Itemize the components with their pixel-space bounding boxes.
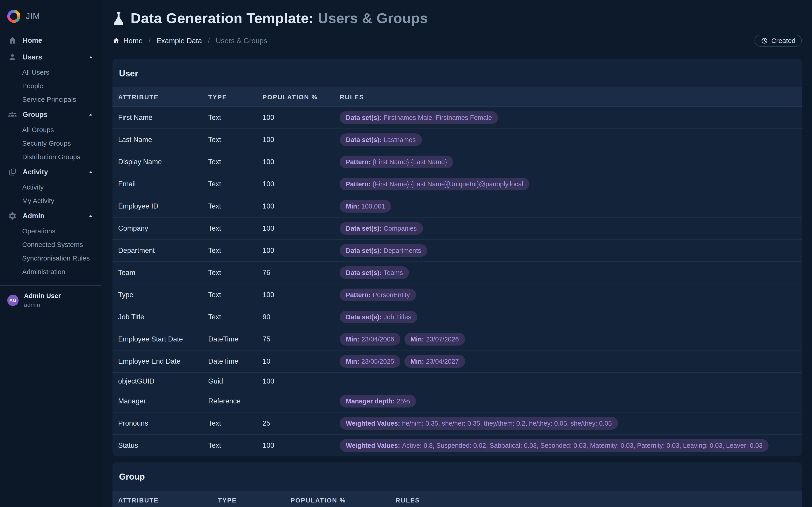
attribute-cell: Pronouns — [118, 415, 208, 432]
breadcrumb-row: Home / Example Data / Users & Groups Cre… — [112, 35, 802, 47]
sidebar-item-groups[interactable]: Groups — [0, 106, 101, 123]
rule-badge: Data set(s):Job Titles — [340, 311, 417, 323]
population-cell: 100 — [262, 286, 340, 303]
type-cell: Text — [208, 109, 262, 126]
rule-badge: Data set(s):Companies — [340, 222, 423, 235]
table-row: EmailText100Pattern:{First Name}.{Last N… — [112, 173, 802, 195]
rules-cell: Data set(s):Job Titles — [340, 306, 796, 328]
table-row: Employee Start DateDateTime75Min:23/04/2… — [112, 328, 802, 350]
table-row: CompanyText100Data set(s):Companies — [112, 217, 802, 239]
attribute-cell: Job Title — [118, 308, 208, 326]
brand-name: JIM — [26, 11, 40, 21]
sidebar-item-label: Admin — [22, 212, 87, 220]
rules-cell: Min:100,001 — [340, 195, 796, 217]
sidebar-item-home[interactable]: Home — [0, 32, 101, 49]
rule-badge: Manager depth:25% — [340, 395, 416, 407]
breadcrumb-separator: / — [148, 37, 151, 45]
column-header: Type — [218, 497, 291, 504]
table-row: TypeText100Pattern:PersonEntity — [112, 284, 802, 306]
sidebar-item-users[interactable]: Users — [0, 49, 101, 66]
type-cell: Text — [208, 286, 262, 303]
flask-icon — [112, 11, 125, 25]
breadcrumb-example-data[interactable]: Example Data — [156, 37, 202, 45]
attribute-cell: Company — [118, 220, 208, 237]
sidebar-item-activity[interactable]: Activity — [0, 164, 101, 180]
rules-cell: Pattern:{First Name} {Last Name} — [340, 151, 796, 173]
rule-badge: Data set(s):Firstnames Male, Firstnames … — [340, 111, 498, 124]
sidebar-item-service-principals[interactable]: Service Principals — [0, 93, 101, 106]
population-cell — [262, 397, 340, 406]
sidebar-item-admin[interactable]: Admin — [0, 208, 101, 224]
type-cell: Text — [208, 131, 262, 148]
population-cell: 100 — [262, 109, 340, 126]
column-header: Rules — [340, 94, 796, 101]
sidebar-item-activity-sub[interactable]: Activity — [0, 180, 101, 194]
table-row: PronounsText25Weighted Values:he/him: 0.… — [112, 412, 802, 434]
user-role: admin — [24, 301, 61, 308]
rules-cell: Min:23/05/2025Min:23/04/2027 — [340, 350, 796, 372]
population-cell: 76 — [262, 264, 340, 281]
type-cell: DateTime — [208, 353, 262, 370]
chevron-up-icon — [87, 213, 94, 219]
attribute-cell: Last Name — [118, 131, 208, 148]
table-row: StatusText100Weighted Values:Active: 0.8… — [112, 434, 802, 456]
column-header: Attribute — [118, 94, 208, 101]
type-cell: Text — [208, 175, 262, 193]
attribute-cell: Manager — [118, 393, 208, 410]
population-cell: 100 — [262, 153, 340, 170]
avatar: AU — [7, 295, 18, 306]
rule-badge: Pattern:{First Name} {Last Name} — [340, 156, 453, 168]
brand: JIM — [0, 5, 101, 25]
breadcrumb: Home / Example Data / Users & Groups — [112, 37, 267, 45]
rule-badge: Weighted Values:he/him: 0.35, she/her: 0… — [340, 417, 618, 430]
sidebar-item-people[interactable]: People — [0, 79, 101, 93]
table-header-row: Attribute Type Population % Rules — [112, 491, 802, 507]
sidebar-item-synchronisation-rules[interactable]: Synchronisation Rules — [0, 251, 101, 265]
type-cell: Text — [208, 264, 262, 281]
population-cell: 100 — [262, 242, 340, 259]
sidebar-item-connected-systems[interactable]: Connected Systems — [0, 238, 101, 251]
sidebar: JIM Home Users All Users People Service … — [0, 0, 101, 507]
jim-logo-icon — [7, 10, 20, 23]
activity-icon — [8, 167, 17, 177]
type-cell: Text — [208, 308, 262, 326]
attribute-cell: Employee ID — [118, 198, 208, 215]
rule-badge: Min:23/07/2026 — [404, 333, 465, 345]
attribute-cell: Team — [118, 264, 208, 281]
user-name: Admin User — [24, 292, 61, 300]
card-title: User — [112, 59, 802, 88]
sidebar-item-security-groups[interactable]: Security Groups — [0, 136, 101, 150]
table-row: Employee End DateDateTime10Min:23/05/202… — [112, 350, 802, 372]
user-table-card: User Attribute Type Population % Rules F… — [112, 59, 802, 456]
population-cell: 100 — [262, 373, 340, 390]
user-icon — [8, 52, 17, 62]
table-row: DepartmentText100Data set(s):Departments — [112, 239, 802, 262]
sidebar-item-distribution-groups[interactable]: Distribution Groups — [0, 150, 101, 164]
chevron-up-icon — [87, 54, 94, 61]
main-content: Data Generation Template:Users & Groups … — [101, 0, 812, 507]
home-icon — [112, 37, 120, 45]
table-header-row: Attribute Type Population % Rules — [112, 88, 802, 107]
rules-cell: Data set(s):Departments — [340, 240, 796, 262]
sidebar-item-my-activity[interactable]: My Activity — [0, 194, 101, 208]
population-cell: 100 — [262, 220, 340, 237]
breadcrumb-home[interactable]: Home — [123, 37, 143, 45]
sidebar-item-all-groups[interactable]: All Groups — [0, 123, 101, 136]
sidebar-user-profile[interactable]: AU Admin User admin — [0, 286, 101, 308]
sidebar-item-administration[interactable]: Administration — [0, 265, 101, 279]
column-header: Rules — [396, 497, 796, 504]
rules-cell: Weighted Values:Active: 0.8, Suspended: … — [340, 435, 796, 456]
table-row: ManagerReferenceManager depth:25% — [112, 390, 802, 412]
attribute-cell: Employee End Date — [118, 353, 208, 370]
type-cell: Guid — [208, 373, 262, 390]
attribute-cell: Employee Start Date — [118, 331, 208, 348]
rules-cell: Pattern:{First Name}.{Last Name}[UniqueI… — [340, 173, 796, 195]
chevron-up-icon — [87, 169, 94, 175]
sidebar-item-operations[interactable]: Operations — [0, 224, 101, 238]
type-cell: Text — [208, 242, 262, 259]
rules-cell: Weighted Values:he/him: 0.35, she/her: 0… — [340, 412, 796, 434]
card-title: Group — [112, 462, 802, 491]
table-row: Job TitleText90Data set(s):Job Titles — [112, 306, 802, 328]
sidebar-item-all-users[interactable]: All Users — [0, 66, 101, 79]
rules-cell: Data set(s):Firstnames Male, Firstnames … — [340, 107, 796, 128]
